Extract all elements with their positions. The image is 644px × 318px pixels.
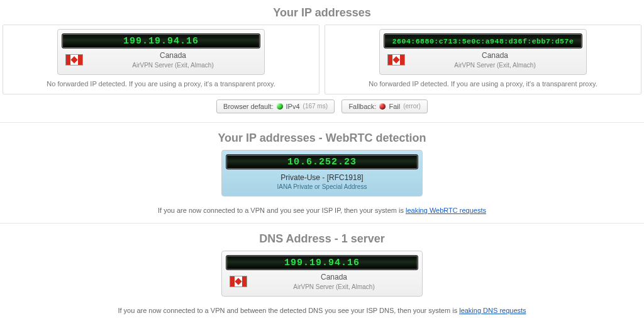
ip-lcd-dns: 199.19.94.16 [226, 255, 418, 270]
webrtc-note-text: If you are now connected to a VPN and yo… [158, 207, 406, 214]
dns-note: If you are now connected to a VPN and be… [0, 302, 644, 318]
status-dot-green-icon [277, 103, 283, 110]
browser-default-ms: (167 ms) [303, 103, 328, 110]
ipv6-server: AirVPN Server (Exit, Almach) [411, 61, 579, 69]
ip-card-ipv4: 199.19.94.16 Canada AirVPN Server (Exit,… [57, 29, 265, 75]
ip-card-dns: 199.19.94.16 Canada AirVPN Server (Exit,… [221, 251, 423, 297]
dns-note-text: If you are now connected to a VPN and be… [118, 307, 459, 314]
webrtc-subtitle: IANA Private or Special Address [226, 183, 418, 191]
ip-card-ipv6: 2604:6880:c713:5e0c:a948:d36f:ebb7:d57e … [379, 29, 587, 75]
status-fallback: Fallback: Fail (error) [341, 99, 428, 113]
ip-card-webrtc: 10.6.252.23 Private-Use - [RFC1918] IANA… [221, 150, 423, 197]
fallback-detail: (error) [403, 103, 421, 110]
ipv6-note: No forwarded IP detected. If you are usi… [325, 80, 641, 88]
heading-dns: DNS Address - 1 server [0, 226, 644, 251]
status-dot-red-icon [379, 103, 386, 110]
panel-ipv4: 199.19.94.16 Canada AirVPN Server (Exit,… [3, 25, 319, 94]
divider [0, 223, 644, 224]
divider [0, 122, 644, 123]
browser-default-value: IPv4 [286, 103, 300, 110]
ipv4-note: No forwarded IP detected. If you are usi… [3, 80, 319, 88]
webrtc-title: Private-Use - [RFC1918] [226, 173, 418, 183]
flag-canada-icon [230, 276, 247, 287]
browser-default-label: Browser default: [223, 103, 273, 110]
dns-server: AirVPN Server (Exit, Almach) [253, 283, 414, 291]
webrtc-leak-link[interactable]: leaking WebRTC requests [406, 207, 486, 214]
fallback-label: Fallback: [348, 103, 376, 110]
webrtc-note: If you are now connected to a VPN and yo… [0, 202, 644, 218]
ip-lcd-ipv4: 199.19.94.16 [62, 33, 260, 48]
flag-canada-icon [387, 54, 405, 65]
flag-canada-icon [65, 54, 83, 65]
status-browser-default: Browser default: IPv4 (167 ms) [216, 99, 335, 113]
heading-webrtc: Your IP addresses - WebRTC detection [0, 125, 644, 150]
panel-ipv6: 2604:6880:c713:5e0c:a948:d36f:ebb7:d57e … [325, 25, 641, 94]
ipv4-server: AirVPN Server (Exit, Almach) [89, 61, 257, 69]
ip-lcd-webrtc: 10.6.252.23 [226, 154, 418, 169]
dns-leak-link[interactable]: leaking DNS requests [459, 307, 526, 314]
dns-location: Canada [253, 273, 414, 283]
ipv6-location: Canada [411, 51, 579, 61]
heading-ip: Your IP addresses [0, 0, 644, 25]
ip-lcd-ipv6: 2604:6880:c713:5e0c:a948:d36f:ebb7:d57e [384, 33, 582, 48]
fallback-value: Fail [389, 103, 400, 110]
ipv4-location: Canada [89, 51, 257, 61]
